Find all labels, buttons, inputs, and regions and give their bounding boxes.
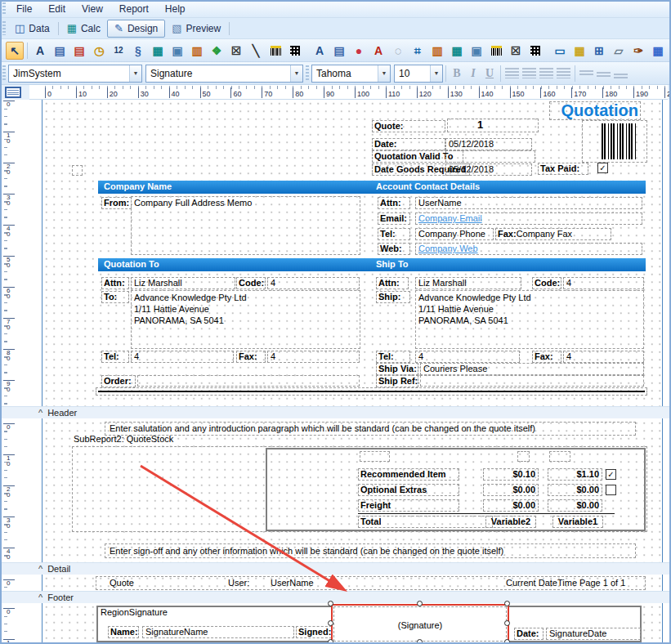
st-code-label[interactable]: Code: bbox=[532, 277, 561, 289]
page-memo-icon[interactable]: ▱ bbox=[610, 42, 628, 60]
select-tool-icon[interactable]: ↖ bbox=[6, 42, 24, 60]
totals-row-ex[interactable]: $0.00 bbox=[483, 484, 539, 496]
grid-icon[interactable]: ▦ bbox=[649, 42, 667, 60]
signature-date-value[interactable]: SignatureDate bbox=[546, 628, 641, 640]
db-barcode-icon[interactable] bbox=[487, 42, 505, 60]
chevron-down-icon[interactable]: ▼ bbox=[378, 65, 390, 82]
st-attn-label[interactable]: Attn: bbox=[376, 277, 409, 289]
db-richtext-icon[interactable]: A bbox=[369, 42, 387, 60]
totals-box-1[interactable] bbox=[360, 451, 390, 462]
qt-fax-label[interactable]: Fax: bbox=[236, 351, 266, 363]
tel-value[interactable]: Company Phone bbox=[415, 228, 494, 240]
total-label[interactable]: Total bbox=[358, 516, 493, 528]
barcode[interactable] bbox=[602, 123, 636, 159]
company-band[interactable]: Company Name Account Contact Details bbox=[98, 181, 646, 194]
region-icon[interactable]: ▭ bbox=[551, 42, 569, 60]
resize-handle-br[interactable] bbox=[504, 639, 510, 644]
from-memo[interactable]: Company Full Address Memo bbox=[131, 196, 360, 255]
resize-handle-bl[interactable] bbox=[328, 639, 333, 644]
font-name-select[interactable]: Tahoma ▼ bbox=[311, 65, 391, 83]
selected-object-select[interactable]: Signature ▼ bbox=[145, 65, 303, 83]
totals-separator-line[interactable] bbox=[358, 513, 615, 514]
fax-group[interactable]: Fax:Company Fax bbox=[495, 228, 611, 240]
anchor-box[interactable] bbox=[72, 165, 83, 176]
image-tool-icon[interactable]: ▣ bbox=[168, 42, 186, 60]
richtext-tool-icon[interactable]: ▤ bbox=[70, 42, 88, 60]
db-image-icon[interactable]: ▣ bbox=[467, 42, 485, 60]
line-tool-icon[interactable]: ╲ bbox=[247, 42, 265, 60]
db-search-icon[interactable]: ◌ bbox=[389, 42, 407, 60]
qt-fax-value[interactable]: 4 bbox=[267, 351, 360, 363]
email-value[interactable]: Company Email bbox=[415, 212, 642, 225]
order-value[interactable] bbox=[137, 375, 360, 387]
st-tel-value[interactable]: 4 bbox=[415, 351, 520, 363]
totals-box-3[interactable] bbox=[549, 451, 570, 462]
tab-calc[interactable]: ▦ Calc bbox=[60, 20, 107, 37]
align-justify-button[interactable] bbox=[557, 68, 570, 78]
bold-button[interactable]: B bbox=[449, 67, 465, 80]
totals-row-inc[interactable]: $1.10 bbox=[548, 468, 602, 481]
resize-handle-mr[interactable] bbox=[504, 620, 510, 626]
st-ship-label[interactable]: Ship: bbox=[376, 291, 410, 303]
valign-bottom-button[interactable] bbox=[614, 74, 628, 80]
quotation-to-band[interactable]: Quotation To Ship To bbox=[98, 258, 646, 271]
checkbox-tool-icon[interactable]: ☒ bbox=[227, 42, 245, 60]
attn-value[interactable]: UserName bbox=[415, 197, 642, 209]
resize-handle-tr[interactable] bbox=[504, 601, 510, 606]
table-icon[interactable]: ▦ bbox=[570, 42, 588, 60]
db-checkbox-icon[interactable]: ☒ bbox=[507, 42, 525, 60]
tab-data[interactable]: ◫ Data bbox=[8, 20, 56, 37]
date-label[interactable]: Date: bbox=[372, 138, 445, 150]
resize-handle-bm[interactable] bbox=[417, 639, 423, 644]
totals-row-inc[interactable]: $0.00 bbox=[548, 499, 602, 512]
totals-row-label[interactable]: Freight bbox=[358, 499, 459, 512]
menu-report[interactable]: Report bbox=[111, 2, 157, 16]
totals-row-label[interactable]: Recommended Item bbox=[358, 468, 459, 481]
qt-address[interactable]: Advance Knowledge Pty Ltd 1/11 Hattie Av… bbox=[131, 290, 360, 349]
tax-paid-checkbox[interactable]: ✓ bbox=[597, 163, 608, 173]
shape-tool-icon[interactable]: ❖ bbox=[208, 42, 226, 60]
align-center-button[interactable] bbox=[522, 68, 536, 78]
signature-name-value[interactable]: SignatureName bbox=[142, 626, 294, 638]
region-signature-label[interactable]: RegionSignature bbox=[101, 607, 168, 618]
valign-top-button[interactable] bbox=[579, 70, 593, 77]
barcode-tool-icon[interactable] bbox=[266, 42, 284, 60]
db-lookup-icon[interactable]: ⌗ bbox=[409, 42, 427, 60]
menu-edit[interactable]: Edit bbox=[40, 2, 74, 16]
chart-tool-icon[interactable]: ▥ bbox=[188, 42, 206, 60]
db-barcode2d-icon[interactable] bbox=[526, 42, 544, 60]
db-chart-icon[interactable]: ▥ bbox=[428, 42, 446, 60]
qt-tel-label[interactable]: Tel: bbox=[101, 351, 129, 363]
data-pipeline-select[interactable]: JimSystem ▼ bbox=[8, 65, 142, 83]
ship-via-label[interactable]: Ship Via: bbox=[376, 363, 418, 375]
ship-via-value[interactable]: Couriers Please bbox=[420, 363, 644, 375]
totals-row-label[interactable]: Optional Extras bbox=[358, 484, 459, 496]
chevron-down-icon[interactable]: ▼ bbox=[290, 65, 302, 82]
format-painter-icon[interactable]: ✑ bbox=[629, 42, 647, 60]
email-label[interactable]: Email: bbox=[378, 212, 410, 225]
db-text-icon[interactable]: A bbox=[311, 42, 329, 60]
db-memo-icon[interactable]: ▤ bbox=[330, 42, 348, 60]
qt-code-value[interactable]: 4 bbox=[267, 277, 360, 289]
tax-paid-label[interactable]: Tax Paid: bbox=[538, 163, 588, 175]
subreport-label[interactable]: SubReport2: QuoteStock bbox=[74, 434, 173, 445]
qt-code-label[interactable]: Code: bbox=[236, 277, 266, 289]
band-strip-detail[interactable]: ^Detail bbox=[2, 562, 669, 575]
tab-preview[interactable]: ▧ Preview bbox=[165, 20, 227, 37]
ship-ref-value[interactable] bbox=[420, 375, 644, 387]
signature-name-label[interactable]: Name: bbox=[108, 626, 139, 638]
systemvar-tool-icon[interactable]: § bbox=[129, 42, 147, 60]
report-title[interactable]: Quotation bbox=[549, 101, 641, 120]
qt-to-label[interactable]: To: bbox=[101, 291, 129, 303]
band-strip-header[interactable]: ^Header bbox=[2, 406, 669, 418]
totals-row-inc[interactable]: $0.00 bbox=[548, 484, 602, 496]
order-label[interactable]: Order: bbox=[101, 375, 136, 387]
goods-required-value[interactable]: 05/12/2018 bbox=[445, 163, 532, 176]
chevron-down-icon[interactable]: ▼ bbox=[129, 65, 141, 82]
resize-handle-tl[interactable] bbox=[328, 601, 333, 606]
quote-label[interactable]: Quote: bbox=[372, 120, 445, 132]
optional-checkbox[interactable] bbox=[606, 485, 616, 495]
qt-tel-value[interactable]: 4 bbox=[131, 351, 234, 363]
totals-box-2[interactable] bbox=[517, 451, 530, 462]
barcode2d-tool-icon[interactable] bbox=[286, 42, 304, 60]
